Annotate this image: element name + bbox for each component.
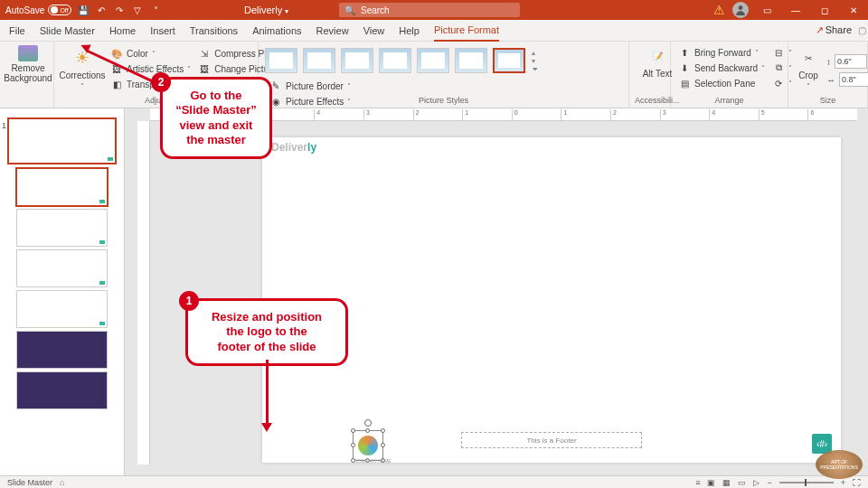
close-icon[interactable]: ✕ <box>843 0 864 20</box>
layout-thumb-6[interactable] <box>16 371 108 409</box>
styles-gallery-more[interactable]: ▴▾⏷ <box>530 47 541 75</box>
layout-thumb-1[interactable] <box>16 168 108 206</box>
maximize-icon[interactable]: ◻ <box>814 0 835 20</box>
layout-thumb-4[interactable] <box>16 290 108 328</box>
view-reading-icon[interactable]: ▭ <box>738 478 746 487</box>
width-field[interactable]: 0.8" <box>839 72 868 87</box>
tab-review[interactable]: Review <box>316 20 349 42</box>
corrections-button[interactable]: ☀ Corrections <box>60 45 105 92</box>
picture-style-7[interactable] <box>493 48 525 73</box>
picture-style-5[interactable] <box>417 48 449 73</box>
tab-slide-master[interactable]: Slide Master <box>40 20 95 42</box>
callout-2-number: 2 <box>151 72 171 92</box>
tab-animations[interactable]: Animations <box>252 20 301 42</box>
tab-home[interactable]: Home <box>109 20 136 42</box>
picture-style-3[interactable] <box>341 48 373 73</box>
minimize-icon[interactable]: — <box>785 0 807 20</box>
view-slideshow-icon[interactable]: ▷ <box>753 478 760 487</box>
watermark-badge: ART OF PRESENTATIONS <box>816 450 863 479</box>
layout-thumb-5[interactable] <box>16 331 108 369</box>
alt-text-icon: 📝 <box>646 45 668 67</box>
qat-customize-icon[interactable]: ˅ <box>149 4 162 16</box>
main-area: 1 543210123456 Deliverly This is a Foote… <box>0 108 868 475</box>
search-box[interactable]: 🔍 Search <box>339 3 520 17</box>
artistic-effects-button[interactable]: 🖼Artistic Effects <box>108 61 193 76</box>
ribbon: Remove Background ☀ Corrections 🎨Color 🖼… <box>0 42 868 108</box>
zoom-in-icon[interactable]: + <box>841 478 845 487</box>
group-arrange-label: Arrange <box>676 96 782 106</box>
search-placeholder: Search <box>361 5 390 15</box>
compress-icon: ⇲ <box>198 47 211 60</box>
brand-text: Deliverly <box>271 141 316 154</box>
document-title[interactable]: Deliverly ▾ <box>244 5 288 15</box>
bring-forward-icon: ⬆ <box>678 46 691 59</box>
view-sorter-icon[interactable]: ▦ <box>722 478 731 487</box>
ribbon-display-icon[interactable]: ▭ <box>756 0 778 20</box>
color-button[interactable]: 🎨Color <box>108 46 193 61</box>
collapse-ribbon-icon[interactable]: ▢ <box>858 25 866 35</box>
group-size-label: Size <box>794 96 862 106</box>
layout-thumb-2[interactable] <box>16 209 108 247</box>
zoom-slider[interactable] <box>779 482 834 483</box>
undo-icon[interactable]: ↶ <box>95 4 108 16</box>
share-button[interactable]: Share <box>816 24 852 36</box>
zoom-out-icon[interactable]: − <box>767 478 771 487</box>
selected-logo-picture[interactable]: COMPANY NAME <box>356 434 380 457</box>
callout-2: Go to the “Slide Master” view and exit t… <box>160 77 272 159</box>
picture-border-button[interactable]: ✎Picture Border <box>268 79 353 93</box>
picture-style-4[interactable] <box>379 48 411 73</box>
align-icon: ⊟ <box>772 46 785 59</box>
picture-style-2[interactable] <box>303 48 335 73</box>
callout-1-number: 1 <box>179 291 199 311</box>
crop-icon: ✂ <box>797 47 819 69</box>
change-pic-icon: 🖼 <box>198 62 211 75</box>
warning-icon[interactable]: ⚠ <box>713 3 725 17</box>
start-from-beginning-icon[interactable]: ▽ <box>131 4 144 16</box>
slide-thumbnail-panel[interactable]: 1 <box>0 108 125 475</box>
tab-view[interactable]: View <box>363 20 385 42</box>
tab-insert[interactable]: Insert <box>150 20 175 42</box>
master-slide-thumb[interactable] <box>7 117 117 164</box>
autosave-toggle[interactable]: AutoSave Off <box>5 5 71 15</box>
group-accessibility-label: Accessibili... <box>635 96 665 106</box>
tab-file[interactable]: File <box>9 20 25 42</box>
picture-style-6[interactable] <box>455 48 487 73</box>
ribbon-tabs: File Slide Master Home Insert Transition… <box>0 20 868 42</box>
canvas[interactable]: Deliverly This is a Footer ‹#› COMPANY N… <box>163 132 841 457</box>
redo-icon[interactable]: ↷ <box>113 4 126 16</box>
status-lang-icon[interactable]: ⌂ <box>60 478 64 487</box>
height-icon: ↕ <box>826 57 831 67</box>
logo-caption: COMPANY NAME <box>354 458 392 464</box>
layout-thumb-3[interactable] <box>16 249 108 287</box>
transparency-icon: ◧ <box>110 78 123 90</box>
vertical-ruler[interactable] <box>137 121 150 465</box>
group-picture-styles-label: Picture Styles <box>264 96 623 106</box>
notes-button[interactable]: ≡ <box>695 478 700 487</box>
tab-picture-format[interactable]: Picture Format <box>434 20 499 42</box>
selection-icon: ▤ <box>678 77 691 89</box>
title-bar: AutoSave Off 💾 ↶ ↷ ▽ ˅ Deliverly ▾ 🔍 Sea… <box>0 0 868 20</box>
tab-transitions[interactable]: Transitions <box>190 20 238 42</box>
status-bar: Slide Master ⌂ ≡ ▣ ▦ ▭ ▷ − + ⛶ <box>0 475 868 488</box>
picture-style-1[interactable] <box>265 48 297 73</box>
status-mode: Slide Master <box>7 478 52 487</box>
save-icon[interactable]: 💾 <box>77 4 90 16</box>
view-normal-icon[interactable]: ▣ <box>707 478 715 487</box>
send-backward-button[interactable]: ⬇Send Backward <box>676 61 767 75</box>
rotate-icon: ⟳ <box>772 77 785 89</box>
remove-background-button[interactable]: Remove Background <box>5 43 51 85</box>
tab-help[interactable]: Help <box>399 20 420 42</box>
crop-button[interactable]: ✂ Crop <box>794 45 823 92</box>
height-field[interactable]: 0.6" <box>835 54 867 69</box>
master-number: 1 <box>2 121 6 130</box>
color-icon: 🎨 <box>110 47 123 60</box>
group-icon: ⧉ <box>772 61 785 74</box>
footer-placeholder[interactable]: This is a Footer <box>461 432 642 448</box>
bring-forward-button[interactable]: ⬆Bring Forward <box>676 45 767 60</box>
rotate-handle[interactable] <box>364 419 372 427</box>
selection-pane-button[interactable]: ▤Selection Pane <box>676 76 767 90</box>
slide-master-canvas[interactable]: Deliverly This is a Footer ‹#› COMPANY N… <box>262 137 841 463</box>
search-icon: 🔍 <box>344 5 355 15</box>
account-avatar[interactable] <box>732 2 749 18</box>
fit-window-icon[interactable]: ⛶ <box>853 478 861 487</box>
